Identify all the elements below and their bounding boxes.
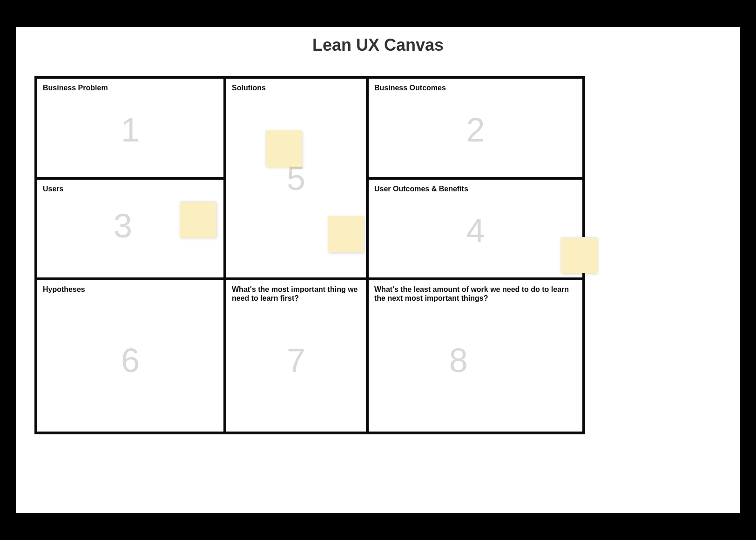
cell-label: Business Outcomes [374, 83, 577, 92]
cell-business-problem[interactable]: Business Problem 1 [37, 79, 223, 180]
cell-number: 2 [466, 113, 485, 146]
cell-number: 8 [449, 344, 468, 377]
sticky-note[interactable] [560, 237, 597, 273]
cell-number: 3 [114, 209, 132, 243]
cell-number: 6 [121, 344, 140, 377]
cell-business-outcomes[interactable]: Business Outcomes 2 [369, 79, 582, 180]
cell-hypotheses[interactable]: Hypotheses 6 [37, 280, 226, 432]
cell-label: Users [43, 184, 218, 193]
sticky-note[interactable] [328, 216, 364, 252]
cell-label: Hypotheses [43, 285, 218, 294]
cell-label: Solutions [232, 83, 360, 92]
sticky-note[interactable] [265, 130, 302, 167]
grid-row-bottom: Hypotheses 6 What's the most important t… [37, 280, 582, 432]
canvas-title: Lean UX Canvas [16, 27, 740, 55]
cell-label: Business Problem [43, 83, 218, 92]
lean-ux-canvas-grid: Business Problem 1 Users 3 Solutions 5 B… [34, 76, 585, 434]
cell-least-work[interactable]: What's the least amount of work we need … [369, 280, 582, 432]
cell-user-outcomes[interactable]: User Outcomes & Benefits 4 [369, 180, 582, 277]
grid-col-left: Business Problem 1 Users 3 [37, 79, 226, 277]
cell-label: What's the most important thing we need … [232, 285, 360, 303]
whiteboard[interactable]: Lean UX Canvas Business Problem 1 Users … [16, 27, 740, 513]
cell-learn-first[interactable]: What's the most important thing we need … [226, 280, 369, 432]
cell-label: What's the least amount of work we need … [374, 285, 577, 303]
grid-row-top: Business Problem 1 Users 3 Solutions 5 B… [37, 79, 582, 280]
grid-col-right: Business Outcomes 2 User Outcomes & Bene… [369, 79, 582, 277]
cell-number: 1 [121, 113, 140, 146]
cell-number: 4 [466, 214, 485, 247]
sticky-note[interactable] [180, 201, 216, 237]
cell-label: User Outcomes & Benefits [374, 184, 577, 193]
cell-number: 7 [287, 344, 305, 377]
